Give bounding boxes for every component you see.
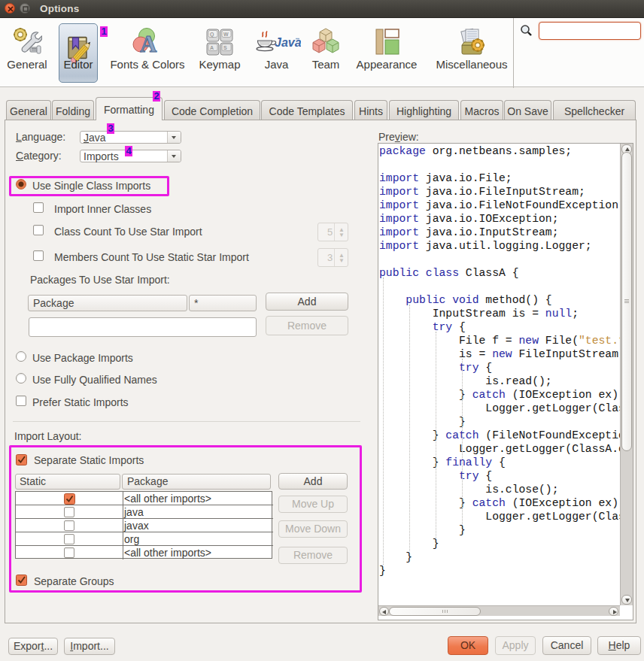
svg-text:Q: Q xyxy=(210,32,214,38)
svg-text:A: A xyxy=(140,31,157,57)
svg-text:A: A xyxy=(210,45,214,50)
svg-text:S: S xyxy=(223,45,227,50)
svg-text:W: W xyxy=(223,32,229,37)
svg-text:Java: Java xyxy=(275,36,301,49)
